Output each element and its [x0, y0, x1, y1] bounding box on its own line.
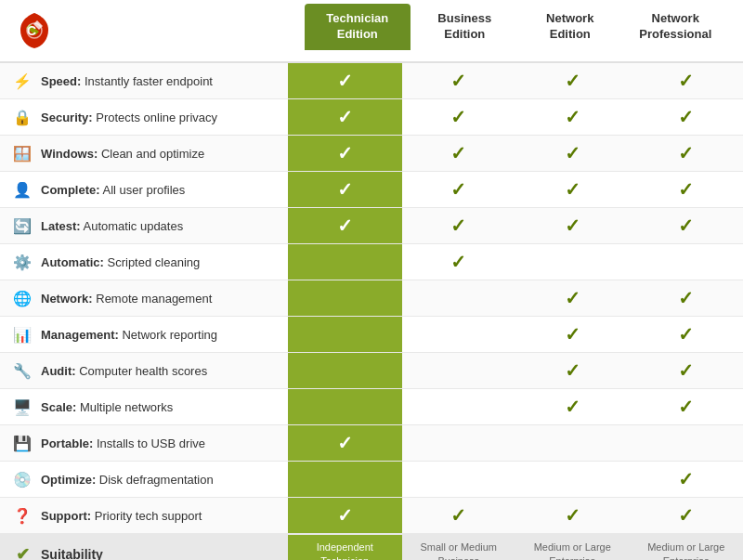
feature-cell: 🖥️Scale: Multiple networks: [0, 392, 288, 422]
checkmark-icon: ✓: [565, 70, 580, 92]
checkmark-icon: ✓: [678, 142, 694, 164]
check-cell: [402, 353, 516, 388]
check-cells: ✓: [288, 244, 743, 280]
checkmark-icon: ✓: [450, 106, 466, 128]
suitability-row: ✔SuitabilityIndependentTechnicianSmall o…: [0, 534, 743, 560]
check-cell: ✓: [402, 99, 516, 135]
check-cell: ✓: [630, 389, 744, 424]
check-cell: ✓: [288, 63, 402, 98]
feature-row: 🪟Windows: Clean and optimize✓✓✓✓: [0, 136, 743, 172]
comparison-page: C TechnicianEdition BusinessEdition Netw…: [0, 0, 743, 560]
feature-cell: ⚙️Automatic: Scripted cleaning: [0, 247, 288, 277]
checkmark-icon: ✓: [678, 70, 694, 92]
logo-area: C: [15, 11, 303, 50]
checkmark-icon: ✓: [450, 178, 466, 201]
feature-row: ⚙️Automatic: Scripted cleaning✓: [0, 244, 743, 280]
speed-icon: ⚡: [11, 70, 33, 92]
checkmark-icon: ✓: [337, 432, 353, 454]
check-cell: [402, 462, 516, 497]
feature-row: 👤Complete: All user profiles✓✓✓✓: [0, 172, 743, 208]
check-cells: ✓✓: [288, 353, 743, 388]
feature-label: Latest: Automatic updates: [41, 219, 183, 233]
checkmark-icon: ✓: [678, 287, 694, 309]
feature-cell: 🔄Latest: Automatic updates: [0, 211, 288, 241]
feature-cell: 💾Portable: Installs to USB drive: [0, 428, 288, 458]
check-cells: ✓: [288, 425, 743, 461]
feature-cell: 🔧Audit: Computer health scores: [0, 356, 288, 385]
check-cell: ✓: [515, 353, 630, 388]
automatic-icon: ⚙️: [11, 251, 33, 273]
check-cell: ✓: [288, 208, 402, 243]
comparison-table: ⚡Speed: Instantly faster endpoint✓✓✓✓🔒Se…: [0, 63, 743, 560]
feature-label: Complete: All user profiles: [41, 183, 185, 197]
check-cell: ✓: [515, 208, 630, 243]
feature-cell: 🌐Network: Remote management: [0, 283, 288, 313]
column-headers: TechnicianEdition BusinessEdition Networ…: [303, 11, 728, 50]
suitability-cells: IndependentTechnicianSmall or MediumBusi…: [288, 535, 743, 560]
checkmark-icon: ✓: [337, 215, 353, 237]
check-cell: [402, 389, 516, 424]
check-cell: ✓: [630, 63, 744, 98]
check-cell: [630, 425, 744, 461]
check-cell: ✓: [402, 136, 516, 171]
check-cell: ✓: [288, 425, 402, 461]
feature-cell: ❓Support: Priority tech support: [0, 501, 288, 530]
checkmark-icon: ✓: [678, 359, 694, 382]
checkmark-icon: ✓: [450, 504, 466, 527]
checkmark-icon: ✓: [337, 504, 353, 527]
check-cells: ✓✓✓✓: [288, 136, 743, 171]
feature-label: Network: Remote management: [41, 292, 212, 306]
checkmark-icon: ✓: [450, 251, 466, 273]
feature-cell: ⚡Speed: Instantly faster endpoint: [0, 66, 288, 96]
check-cells: ✓✓: [288, 280, 743, 316]
checkmark-icon: ✓: [337, 142, 353, 164]
feature-label: Portable: Installs to USB drive: [41, 436, 205, 450]
checkmark-icon: ✓: [450, 215, 466, 237]
check-cell: [288, 389, 402, 424]
checkmark-icon: ✓: [450, 142, 466, 164]
network-icon: 🌐: [11, 287, 33, 309]
suitability-label: ✔Suitability: [0, 538, 288, 561]
suitability-icon: ✔: [11, 543, 33, 561]
check-cells: ✓✓✓✓: [288, 498, 743, 533]
feature-row: 🔄Latest: Automatic updates✓✓✓✓: [0, 208, 743, 244]
feature-row: 🔧Audit: Computer health scores✓✓: [0, 353, 743, 389]
checkmark-icon: ✓: [678, 215, 694, 237]
feature-label: Security: Protects online privacy: [41, 111, 217, 124]
checkmark-icon: ✓: [565, 323, 580, 345]
feature-row: 📊Management: Network reporting✓✓: [0, 317, 743, 353]
check-cell: ✓: [630, 462, 744, 497]
checkmark-icon: ✓: [678, 396, 694, 418]
check-cells: ✓✓: [288, 389, 743, 424]
checkmark-icon: ✓: [565, 215, 580, 237]
check-cell: [288, 462, 402, 497]
feature-row: ⚡Speed: Instantly faster endpoint✓✓✓✓: [0, 63, 743, 99]
check-cell: ✓: [288, 498, 402, 533]
support-icon: ❓: [11, 504, 33, 527]
checkmark-icon: ✓: [678, 106, 694, 128]
check-cell: [402, 425, 516, 461]
portable-icon: 💾: [11, 432, 33, 454]
check-cell: ✓: [515, 136, 630, 171]
checkmark-icon: ✓: [678, 178, 694, 201]
check-cells: ✓: [288, 462, 743, 497]
feature-row: 💿Optimize: Disk defragmentation✓: [0, 462, 743, 498]
check-cell: ✓: [630, 99, 744, 135]
checkmark-icon: ✓: [565, 504, 580, 527]
feature-cell: 💿Optimize: Disk defragmentation: [0, 464, 288, 494]
checkmark-icon: ✓: [565, 396, 580, 418]
check-cells: ✓✓✓✓: [288, 63, 743, 98]
col-header-technician: TechnicianEdition: [305, 4, 411, 50]
check-cell: [402, 280, 516, 316]
check-cell: ✓: [515, 389, 630, 424]
check-cells: ✓✓✓✓: [288, 99, 743, 135]
feature-cell: 📊Management: Network reporting: [0, 319, 288, 349]
check-cell: [288, 353, 402, 388]
latest-icon: 🔄: [11, 215, 33, 237]
feature-label: Speed: Instantly faster endpoint: [41, 74, 213, 88]
checkmark-icon: ✓: [565, 287, 580, 309]
check-cell: [630, 244, 744, 280]
check-cell: ✓: [288, 172, 402, 207]
checkmark-icon: ✓: [678, 323, 694, 345]
audit-icon: 🔧: [11, 359, 33, 382]
